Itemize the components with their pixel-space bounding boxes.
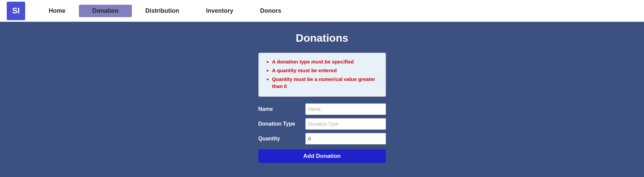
add-donation-button[interactable]: Add Donation <box>258 149 386 163</box>
donation-type-input[interactable] <box>305 118 386 130</box>
nav-link-donors[interactable]: Donors <box>247 5 295 17</box>
error-box: A donation type must be specified A quan… <box>258 53 386 97</box>
logo-text: SI <box>12 6 20 15</box>
name-label: Name <box>258 106 305 112</box>
main-content: Donations A donation type must be specif… <box>0 22 644 173</box>
quantity-label: Quantity <box>258 136 305 142</box>
error-item-1: A donation type must be specified <box>272 58 379 65</box>
nav-link-distribution[interactable]: Distribution <box>132 5 193 17</box>
nav-links: Home Donation Distribution Inventory Don… <box>35 5 336 17</box>
logo[interactable]: SI <box>7 2 25 20</box>
nav-link-donation[interactable]: Donation <box>79 5 132 17</box>
donation-type-row: Donation Type <box>258 118 386 130</box>
donation-form: Name Donation Type Quantity Add Donation <box>258 103 386 163</box>
quantity-input[interactable] <box>305 133 386 144</box>
quantity-row: Quantity <box>258 133 386 144</box>
error-list: A donation type must be specified A quan… <box>265 58 379 90</box>
navbar: SI Home Donation Distribution Inventory … <box>0 0 644 22</box>
error-item-3: Quantity must be a numerical value great… <box>272 76 379 90</box>
name-input[interactable] <box>305 103 386 115</box>
error-item-2: A quantity must be entered <box>272 67 379 74</box>
nav-link-inventory[interactable]: Inventory <box>193 5 247 17</box>
donation-type-label: Donation Type <box>258 121 305 127</box>
name-row: Name <box>258 103 386 115</box>
page-title: Donations <box>296 32 348 44</box>
nav-link-home[interactable]: Home <box>35 5 79 17</box>
